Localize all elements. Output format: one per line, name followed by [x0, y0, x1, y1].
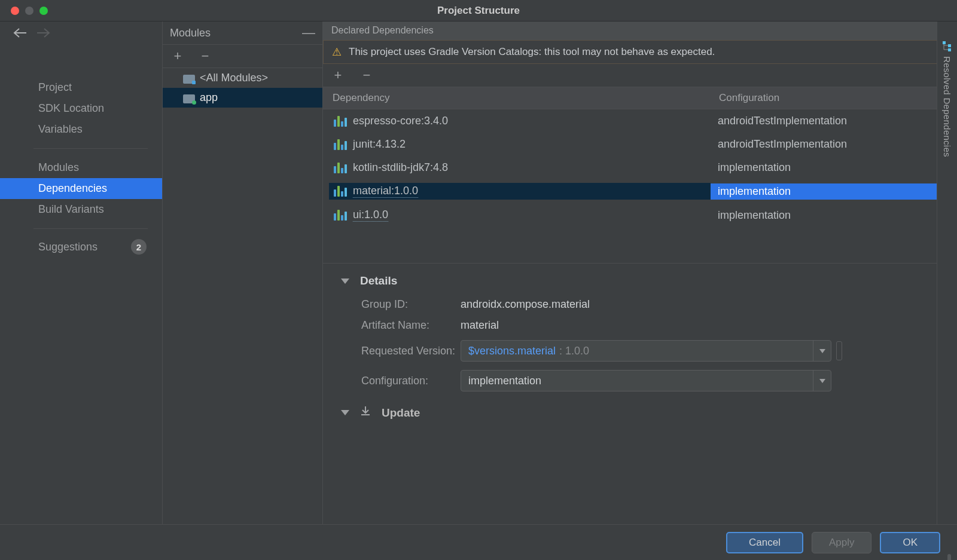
dep-row-ui[interactable]: ui:1.0.0 implementation	[323, 203, 957, 227]
maximize-window-button[interactable]	[39, 7, 48, 15]
apply-button[interactable]: Apply	[812, 532, 872, 553]
chevron-down-icon	[341, 279, 349, 284]
svg-rect-0	[943, 41, 946, 44]
cancel-button[interactable]: Cancel	[726, 532, 803, 553]
module-app[interactable]: app	[163, 88, 322, 108]
details-pane: Details Group ID: androidx.compose.mater…	[323, 263, 957, 430]
svg-rect-1	[948, 44, 951, 47]
library-icon	[334, 139, 347, 150]
nav-suggestions[interactable]: Suggestions 2	[0, 235, 162, 259]
center-panel: Declared Dependencies ⚠ This project use…	[323, 22, 957, 524]
version-combobox[interactable]: $versions.material : 1.0.0	[461, 340, 831, 362]
module-all[interactable]: <All Modules>	[163, 68, 322, 88]
column-dependency: Dependency	[323, 87, 711, 109]
dep-row-junit[interactable]: junit:4.13.2 androidTestImplementation	[323, 133, 957, 156]
tree-icon	[942, 41, 953, 51]
scrollbar[interactable]	[947, 554, 951, 560]
nav-groups: Project SDK Location Variables Modules D…	[0, 56, 162, 259]
library-icon	[334, 163, 347, 173]
ok-button[interactable]: OK	[880, 532, 940, 553]
left-sidebar: Project SDK Location Variables Modules D…	[0, 22, 163, 524]
artifact-label: Artifact Name:	[341, 319, 461, 332]
chevron-down-icon	[813, 341, 831, 361]
dialog-footer: Cancel Apply OK	[0, 524, 957, 560]
dependency-toolbar: + −	[323, 64, 957, 87]
nav-separator-2	[33, 228, 148, 229]
configuration-combobox[interactable]: implementation	[461, 370, 831, 391]
chevron-down-icon	[341, 410, 349, 415]
nav-dependencies[interactable]: Dependencies	[0, 178, 162, 199]
svg-rect-2	[948, 48, 951, 51]
warning-text: This project uses Gradle Version Catalog…	[349, 46, 715, 58]
nav-modules[interactable]: Modules	[0, 157, 162, 178]
update-section-header[interactable]: Update	[341, 406, 939, 420]
modules-panel: Modules — + − <All Modules> app	[163, 22, 323, 524]
module-tree: <All Modules> app	[163, 68, 322, 524]
remove-dependency-button[interactable]: −	[360, 69, 373, 82]
dep-row-kotlin[interactable]: kotlin-stdlib-jdk7:4.8 implementation	[323, 156, 957, 179]
library-icon	[334, 116, 347, 127]
folder-icon	[183, 73, 195, 84]
window-controls	[0, 7, 48, 15]
nav-project[interactable]: Project	[0, 77, 162, 98]
minimize-window-button[interactable]	[25, 7, 33, 15]
version-label: Requested Version:	[341, 345, 461, 357]
download-icon	[360, 406, 371, 420]
nav-variables[interactable]: Variables	[0, 119, 162, 140]
warning-icon: ⚠	[332, 45, 342, 59]
library-icon	[334, 186, 347, 197]
nav-history	[0, 22, 162, 56]
dep-row-material[interactable]: material:1.0.0 implementation	[323, 179, 957, 203]
library-icon	[334, 210, 347, 221]
deps-rows: espresso-core:3.4.0 androidTestImplement…	[323, 109, 957, 227]
nav-separator	[33, 148, 148, 149]
add-module-button[interactable]: +	[171, 50, 184, 63]
resolved-deps-tab[interactable]: Resolved Dependencies	[937, 22, 957, 524]
close-window-button[interactable]	[11, 7, 19, 15]
details-header[interactable]: Details	[341, 274, 939, 287]
artifact-value: material	[461, 319, 499, 332]
deps-column-headers: Dependency Configuration	[323, 87, 957, 109]
declared-deps-header: Declared Dependencies	[323, 22, 957, 40]
titlebar: Project Structure	[0, 0, 957, 22]
chevron-down-icon	[813, 371, 831, 391]
window-title: Project Structure	[0, 5, 957, 17]
group-id-value: androidx.compose.material	[461, 298, 590, 311]
nav-build-variants[interactable]: Build Variants	[0, 199, 162, 220]
modules-header: Modules —	[163, 22, 322, 45]
modules-toolbar: + −	[163, 45, 322, 68]
nav-sdk-location[interactable]: SDK Location	[0, 98, 162, 119]
column-configuration: Configuration	[711, 87, 957, 109]
group-id-label: Group ID:	[341, 298, 461, 311]
remove-module-button[interactable]: −	[199, 50, 212, 63]
config-label: Configuration:	[341, 375, 461, 387]
dep-row-espresso[interactable]: espresso-core:3.4.0 androidTestImplement…	[323, 109, 957, 133]
forward-button[interactable]	[37, 27, 50, 41]
suggestions-badge: 2	[131, 239, 147, 255]
main-content: Project SDK Location Variables Modules D…	[0, 22, 957, 524]
warning-bar: ⚠ This project uses Gradle Version Catal…	[323, 40, 957, 64]
collapse-modules-button[interactable]: —	[302, 25, 315, 41]
drag-handle[interactable]	[836, 341, 842, 360]
add-dependency-button[interactable]: +	[331, 69, 345, 82]
back-button[interactable]	[13, 27, 26, 41]
folder-icon	[183, 93, 195, 103]
